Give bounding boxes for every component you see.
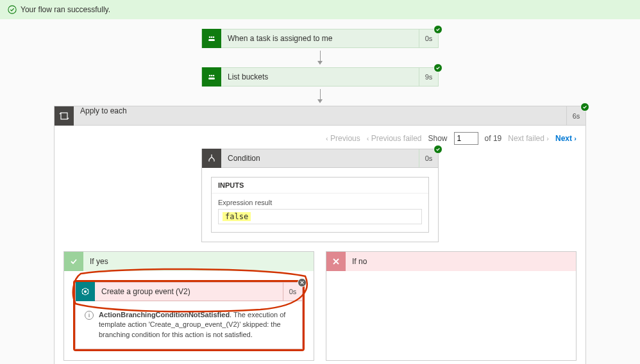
- svg-point-11: [84, 290, 87, 293]
- flow-step-list-buckets[interactable]: List buckets 9s: [201, 67, 439, 87]
- svg-point-5: [209, 75, 211, 77]
- step-title: Condition: [221, 154, 419, 163]
- condition-branches: If yes Create a group event (V2) 0s: [63, 251, 577, 361]
- info-icon: i: [85, 311, 94, 320]
- inputs-panel: INPUTS Expression result false: [211, 177, 429, 233]
- chevron-right-icon: ›: [574, 135, 577, 142]
- svg-point-7: [213, 75, 215, 77]
- connector-arrow: [0, 51, 640, 65]
- planner-icon: [202, 29, 221, 48]
- success-banner: Your flow ran successfully.: [0, 0, 640, 19]
- flow-canvas: When a task is assigned to me 0s List bu…: [0, 19, 640, 364]
- pager-previous-failed[interactable]: ‹ Previous failed: [367, 134, 422, 143]
- branch-title: If no: [346, 257, 367, 266]
- success-badge-icon: [434, 63, 442, 72]
- outlook-groups-icon: [76, 282, 95, 301]
- loop-icon: [55, 106, 74, 126]
- planner-icon: [202, 67, 221, 87]
- success-badge-icon: [434, 25, 442, 34]
- svg-point-12: [82, 289, 83, 290]
- chevron-right-icon: ›: [546, 135, 549, 142]
- flow-step-create-group-event[interactable]: Create a group event (V2) 0s i ActionBra…: [73, 280, 305, 351]
- pager-show-label: Show: [428, 134, 448, 143]
- step-title: Apply to each: [74, 106, 566, 125]
- connector-arrow: [0, 89, 640, 103]
- svg-point-15: [87, 293, 88, 294]
- checkmark-circle-icon: [8, 5, 17, 14]
- chevron-left-icon: ‹: [326, 135, 328, 142]
- svg-point-0: [8, 6, 16, 13]
- cross-icon: [326, 252, 346, 271]
- checkmark-icon: [64, 252, 83, 271]
- pager-current-input[interactable]: [454, 132, 478, 145]
- branch-if-yes[interactable]: If yes Create a group event (V2) 0s: [63, 251, 314, 361]
- iteration-pager: ‹ Previous ‹ Previous failed Show of 19 …: [55, 126, 585, 149]
- success-badge-icon: [580, 103, 589, 112]
- svg-rect-4: [208, 39, 215, 41]
- svg-point-14: [82, 293, 83, 294]
- svg-point-2: [211, 37, 213, 38]
- pager-of-label: of 19: [485, 134, 502, 143]
- svg-point-13: [87, 289, 88, 290]
- step-title: Create a group event (V2): [95, 287, 283, 296]
- svg-point-1: [209, 37, 211, 38]
- svg-point-6: [211, 75, 213, 77]
- skipped-badge-icon: [298, 278, 307, 287]
- step-title: List buckets: [221, 72, 419, 81]
- svg-rect-9: [61, 113, 67, 119]
- expression-result-value: false: [218, 209, 422, 224]
- svg-point-3: [213, 37, 215, 38]
- flow-step-condition[interactable]: Condition 0s INPUTS Expression result fa…: [201, 149, 439, 242]
- action-error-message: i ActionBranchingConditionNotSatisfied. …: [75, 301, 303, 349]
- success-badge-icon: [434, 145, 442, 154]
- pager-previous[interactable]: ‹ Previous: [326, 134, 360, 143]
- condition-body: INPUTS Expression result false: [201, 168, 439, 242]
- banner-message: Your flow ran successfully.: [21, 5, 110, 14]
- branch-if-no[interactable]: If no: [326, 251, 577, 361]
- pager-next-failed[interactable]: Next failed ›: [508, 134, 549, 143]
- expression-result-label: Expression result: [218, 199, 422, 206]
- flow-step-apply-to-each[interactable]: Apply to each 6s ‹ Previous ‹ Previous f…: [54, 106, 586, 364]
- step-title: When a task is assigned to me: [221, 34, 419, 43]
- flow-step-trigger[interactable]: When a task is assigned to me 0s: [201, 29, 439, 48]
- condition-icon: [202, 149, 221, 168]
- svg-rect-8: [208, 78, 215, 79]
- pager-next[interactable]: Next ›: [555, 134, 577, 143]
- branch-title: If yes: [83, 257, 108, 266]
- inputs-heading: INPUTS: [212, 178, 428, 194]
- chevron-left-icon: ‹: [367, 135, 369, 142]
